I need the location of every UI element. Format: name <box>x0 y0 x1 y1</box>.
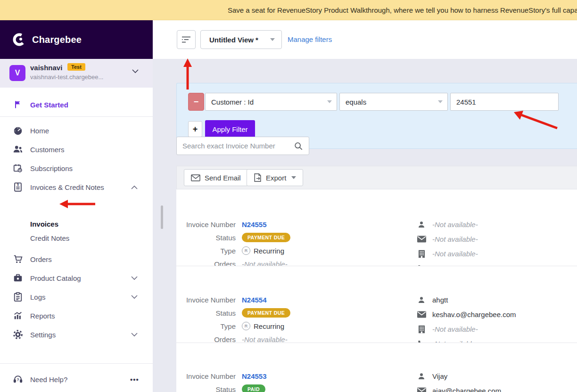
sidebar-item-reports[interactable]: Reports <box>0 306 153 325</box>
filter-operator-select[interactable]: equals <box>339 93 448 111</box>
status-badge: PAYMENT DUE <box>242 233 290 242</box>
sidebar-item-need-help[interactable]: ? Need Help? ••• <box>0 370 153 389</box>
status-badge: PAID <box>242 384 265 392</box>
sidebar-item-orders[interactable]: Orders <box>0 250 153 269</box>
sidebar-item-label: Orders <box>30 255 52 263</box>
sidebar-item-credit-notes[interactable]: Credit Notes <box>0 231 153 245</box>
add-filter-button[interactable]: + <box>188 121 202 137</box>
view-selector-value: Untitled View * <box>209 36 258 44</box>
view-selector-dropdown[interactable]: Untitled View * <box>200 30 282 49</box>
company-icon <box>417 325 426 334</box>
contact-company: -Not available- <box>432 325 478 333</box>
send-email-label: Send Email <box>205 174 241 182</box>
export-icon <box>254 173 262 182</box>
caret-down-icon <box>438 100 443 103</box>
field-label: Invoice Number <box>176 372 236 380</box>
chevron-down-icon <box>131 295 138 299</box>
sidebar-item-logs[interactable]: Logs <box>0 287 153 306</box>
invoice-number-link[interactable]: N24555 <box>242 220 267 229</box>
sidebar-item-label: Home <box>30 127 49 135</box>
orders-value: -Not available- <box>242 335 288 343</box>
gear-icon <box>12 329 24 340</box>
promo-banner[interactable]: Save a seat for RevenueStory Product Wal… <box>0 0 577 20</box>
remove-filter-button[interactable]: − <box>188 93 204 111</box>
invoice-icon: $ <box>12 181 24 193</box>
apply-filter-button[interactable]: Apply Filter <box>205 120 255 138</box>
filter-field-select[interactable]: Customer : Id <box>205 93 337 111</box>
sidebar-item-label: Settings <box>30 331 56 339</box>
status-badge: PAYMENT DUE <box>242 308 290 318</box>
invoice-number-link[interactable]: N24554 <box>242 296 267 304</box>
sidebar-item-label: Need Help? <box>30 376 67 384</box>
field-label: Status <box>176 234 236 242</box>
promo-banner-text: Save a seat for RevenueStory Product Wal… <box>228 0 577 20</box>
contact-email: ajay@chargebee.com <box>432 387 501 392</box>
contact-name: Vijay <box>432 372 447 380</box>
sidebar-item-settings[interactable]: Settings <box>0 325 153 344</box>
logs-icon <box>12 291 24 302</box>
sidebar-item-label: Subscriptions <box>30 164 73 172</box>
chargebee-logo-icon <box>12 33 26 47</box>
invoice-search-box <box>176 137 309 155</box>
company-icon <box>417 249 426 259</box>
contact-name: ahgtt <box>432 296 448 304</box>
send-email-button[interactable]: Send Email <box>184 169 248 186</box>
more-options-icon[interactable]: ••• <box>130 376 139 384</box>
caret-down-icon <box>291 176 296 179</box>
sidebar-item-label: Reports <box>30 312 55 320</box>
recurring-icon: R <box>242 322 250 330</box>
person-icon <box>417 295 426 305</box>
cart-icon <box>12 253 24 265</box>
field-label: Invoice Number <box>176 296 236 304</box>
envelope-icon <box>191 174 200 181</box>
view-toolbar: Untitled View * Manage filters <box>153 20 577 59</box>
person-icon <box>417 372 426 381</box>
svg-text:?: ? <box>16 378 19 382</box>
sidebar-item-product-catalog[interactable]: Product Catalog <box>0 269 153 287</box>
email-icon <box>417 235 426 244</box>
scrollbar-thumb[interactable] <box>161 205 163 229</box>
manage-filters-link[interactable]: Manage filters <box>288 35 332 43</box>
sidebar-item-label: Invoices & Credit Notes <box>30 183 104 191</box>
account-name: vaishnavi <box>30 64 62 72</box>
sidebar-item-invoices[interactable]: Invoices <box>0 217 153 231</box>
filter-value-input[interactable] <box>450 93 559 111</box>
sidebar-item-get-started[interactable]: Get Started <box>0 95 153 114</box>
invoice-type: Recurring <box>254 322 284 330</box>
invoice-search-input[interactable] <box>182 137 291 155</box>
filter-icon <box>181 36 191 43</box>
email-icon <box>417 386 426 392</box>
contact-email: keshav.o@chargebee.com <box>432 310 516 318</box>
sidebar-item-label: Customers <box>30 146 65 154</box>
search-icon[interactable] <box>294 141 303 151</box>
invoice-row[interactable]: Invoice NumberN24555 StatusPAYMENT DUE T… <box>176 189 577 266</box>
test-site-badge: Test <box>67 63 85 71</box>
divider <box>0 363 153 364</box>
sidebar: Chargebee V vaishnavi Test vaishnavi-tes… <box>0 20 153 392</box>
sidebar-item-home[interactable]: Home <box>0 121 153 140</box>
invoice-row[interactable]: Invoice NumberN24553 StatusPAID Vijay aj… <box>176 343 577 392</box>
sidebar-subitem-label: Invoices <box>30 220 58 228</box>
sidebar-item-invoices-credit-notes[interactable]: $ Invoices & Credit Notes <box>0 178 153 196</box>
export-button[interactable]: Export <box>247 169 303 186</box>
contact-name: -Not available- <box>432 220 478 229</box>
account-switcher[interactable]: V vaishnavi Test vaishnavi-test.chargebe… <box>0 59 153 88</box>
field-label: Type <box>176 247 236 255</box>
contact-email: -Not available- <box>432 235 478 243</box>
invoice-number-link[interactable]: N24553 <box>242 372 267 380</box>
reports-icon <box>12 310 24 321</box>
headset-help-icon: ? <box>12 374 24 385</box>
chevron-down-icon <box>132 69 139 74</box>
field-label: Type <box>176 322 236 330</box>
invoice-row[interactable]: Invoice NumberN24554 StatusPAYMENT DUE T… <box>176 266 577 343</box>
filter-toggle-button[interactable] <box>177 30 196 49</box>
sidebar-item-customers[interactable]: Customers <box>0 140 153 159</box>
email-icon <box>417 310 426 319</box>
filter-field-value: Customer : Id <box>211 98 254 106</box>
sidebar-item-label: Logs <box>30 293 46 301</box>
app-window: Save a seat for RevenueStory Product Wal… <box>0 0 577 392</box>
avatar: V <box>9 65 25 81</box>
sidebar-item-subscriptions[interactable]: Subscriptions <box>0 159 153 178</box>
divider <box>0 116 153 117</box>
field-label: Status <box>176 385 236 392</box>
